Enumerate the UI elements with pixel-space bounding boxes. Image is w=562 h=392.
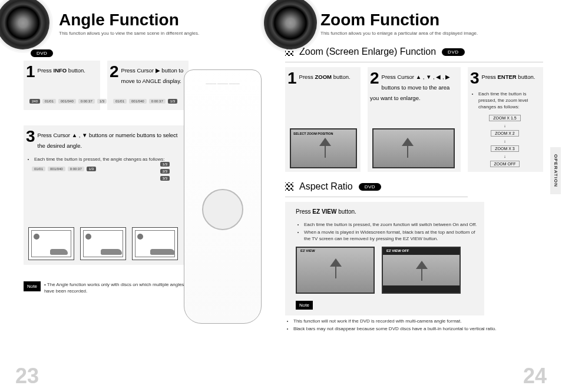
zoom-explain: Each time the button is pressed, the zoo… <box>478 91 540 110</box>
ezview-label: EZ VIEW OFF <box>386 249 409 253</box>
step-text: Press ENTER button. <box>482 74 535 80</box>
arrow-down-icon: ↓ <box>504 139 506 143</box>
dots-icon <box>285 182 293 191</box>
zoom-section-title: Zoom (Screen Enlarge) Function <box>299 46 436 57</box>
step-number: 2 <box>110 64 119 79</box>
left-title: Angle Function <box>59 11 253 29</box>
osd-info-strip: 01/01 001/040 0:00:37 1/3 <box>113 97 183 105</box>
umbrella-icon <box>319 138 331 146</box>
angle-step-1: 1 Press INFO button. 240 01/01 001/040 0… <box>24 61 100 110</box>
divider <box>285 62 543 62</box>
angle-step-3: 3 Press Cursor ▲ , ▼ buttons or numeric … <box>24 125 187 265</box>
ezview-label: EZ VIEW <box>300 249 315 253</box>
umbrella-icon <box>330 258 342 267</box>
step-text: Press Cursor ▲ , ▼ , ◀ , ▶ buttons to mo… <box>370 74 450 101</box>
ez-bullet: When a movie is played in Widescreen for… <box>304 229 478 242</box>
note-text: • The Angle function works only with dis… <box>44 281 189 294</box>
angle-indicator: 3/3 <box>160 176 170 181</box>
divider <box>285 197 468 197</box>
ezview-off-preview: EZ VIEW OFF <box>382 247 461 294</box>
step-text: Press ZOOM button. <box>299 74 351 80</box>
zoom-level: ZOOM X 2 <box>491 130 518 137</box>
zoom-step-1: 1 Press ZOOM button. SELECT ZOOM POSITIO… <box>285 67 361 172</box>
dvd-badge: DVD <box>359 183 381 191</box>
angle-step-2: 2 Press Cursor ▶ button to move to ANGLE… <box>107 61 189 110</box>
note-bullet: This function will not work if the DVD i… <box>293 318 527 324</box>
umbrella-icon <box>402 138 414 146</box>
tv-preview: SELECT ZOOM POSITION <box>290 128 357 168</box>
tv-preview <box>372 128 455 168</box>
angle-thumbnail <box>28 227 74 260</box>
page-right: Zoom Function This function allows you t… <box>267 0 562 392</box>
zoom-caption: SELECT ZOOM POSITION <box>293 132 333 135</box>
note-label: Note <box>296 301 313 310</box>
zoom-level: ZOOM X 3 <box>491 145 518 152</box>
ezview-notes: This function will not work if the DVD i… <box>285 318 527 332</box>
osd-info-strip: 240 01/01 001/040 0:00:37 1/3 <box>29 97 94 105</box>
aspect-section-header: Aspect Ratio DVD <box>285 181 543 192</box>
dvd-badge: DVD <box>442 48 464 56</box>
step-text: Press INFO button. <box>38 67 85 74</box>
right-subtitle: This function allows you to enlarge a pa… <box>320 31 543 36</box>
zoom-section-header: Zoom (Screen Enlarge) Function DVD <box>285 46 543 57</box>
ezview-instruction: Press EZ VIEW button. <box>296 208 478 215</box>
right-title: Zoom Function <box>320 11 543 29</box>
arrow-down-icon: ↓ <box>504 154 506 158</box>
ezview-panel: Press EZ VIEW button. Each time the butt… <box>285 202 484 315</box>
step-number: 1 <box>26 64 35 79</box>
page-number: 24 <box>523 364 547 388</box>
speaker-graphic <box>264 0 317 49</box>
speaker-graphic <box>0 0 49 49</box>
zoom-step-3: 3 Press ENTER button. Each time the butt… <box>468 67 543 172</box>
ezview-on-preview: EZ VIEW <box>296 247 375 294</box>
note-label: Note <box>24 281 41 291</box>
left-subtitle: This function allows you to view the sam… <box>59 31 253 36</box>
step-number: 3 <box>26 129 35 144</box>
zoom-level-chain: ZOOM X 1.5 ↓ ZOOM X 2 ↓ ZOOM X 3 ↓ ZOOM … <box>470 115 540 167</box>
section-tab: OPERATION <box>550 147 561 194</box>
remote-control-illustration: ——— ——— ——— <box>184 69 262 324</box>
step-number: 2 <box>370 71 379 86</box>
ez-bullet: Each time the button is pressed, the zoo… <box>304 221 478 228</box>
arrow-down-icon: ↓ <box>504 124 506 128</box>
angle-thumbnail <box>132 227 178 260</box>
angle-note: Note • The Angle function works only wit… <box>24 281 189 294</box>
zoom-level: ZOOM X 1.5 <box>489 115 520 121</box>
zoom-level: ZOOM OFF <box>490 161 520 167</box>
page-left: Angle Function This function allows you … <box>0 0 267 392</box>
step-number: 1 <box>287 71 297 86</box>
aspect-section-title: Aspect Ratio <box>299 181 353 192</box>
angle-indicator: 2/3 <box>160 169 170 174</box>
angle-indicator: 1/3 <box>160 162 170 167</box>
note-bullet: Black bars may not disappear because som… <box>293 325 527 332</box>
zoom-step-2: 2 Press Cursor ▲ , ▼ , ◀ , ▶ buttons to … <box>368 67 461 172</box>
page-number: 23 <box>15 364 39 388</box>
umbrella-icon <box>416 261 428 269</box>
dvd-badge: DVD <box>31 49 53 57</box>
step-number: 3 <box>470 71 480 86</box>
dpad-icon <box>202 189 243 230</box>
angle-thumbnail <box>80 227 126 260</box>
step-text: Press Cursor ▲ , ▼ buttons or numeric bu… <box>38 132 178 149</box>
step-text: Press Cursor ▶ button to move to ANGLE d… <box>121 67 184 84</box>
